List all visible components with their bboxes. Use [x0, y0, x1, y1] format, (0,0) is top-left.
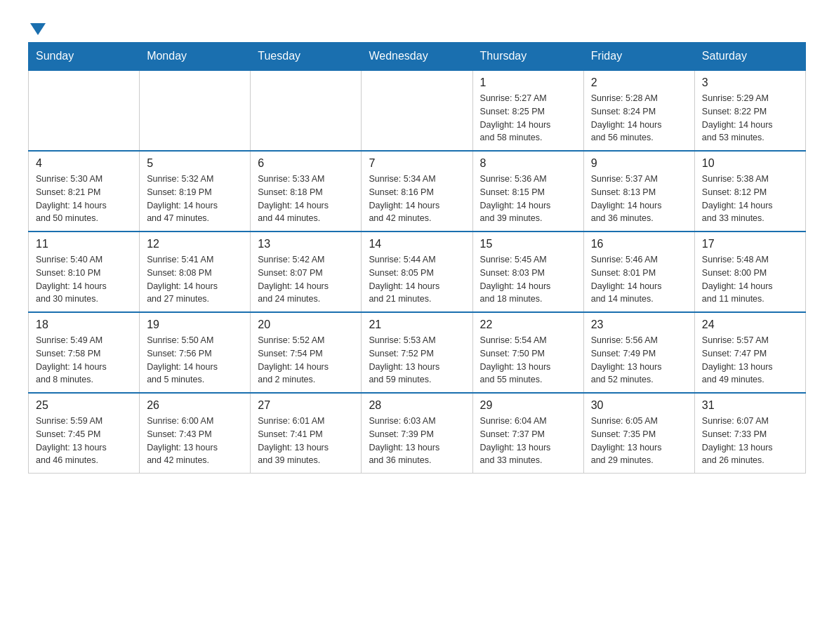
day-number: 31 — [702, 399, 798, 412]
day-info: Sunrise: 5:27 AM Sunset: 8:25 PM Dayligh… — [480, 92, 576, 145]
calendar-day-cell: 8Sunrise: 5:36 AM Sunset: 8:15 PM Daylig… — [472, 151, 583, 232]
day-number: 6 — [258, 157, 354, 170]
day-number: 18 — [36, 318, 132, 331]
day-info: Sunrise: 5:50 AM Sunset: 7:56 PM Dayligh… — [147, 334, 243, 387]
day-info: Sunrise: 5:29 AM Sunset: 8:22 PM Dayligh… — [702, 92, 798, 145]
day-number: 5 — [147, 157, 243, 170]
day-info: Sunrise: 5:49 AM Sunset: 7:58 PM Dayligh… — [36, 334, 132, 387]
calendar-day-cell: 24Sunrise: 5:57 AM Sunset: 7:47 PM Dayli… — [694, 312, 805, 393]
day-number: 8 — [480, 157, 576, 170]
day-info: Sunrise: 5:42 AM Sunset: 8:07 PM Dayligh… — [258, 253, 354, 306]
calendar-day-cell: 11Sunrise: 5:40 AM Sunset: 8:10 PM Dayli… — [29, 232, 140, 312]
calendar-day-cell: 2Sunrise: 5:28 AM Sunset: 8:24 PM Daylig… — [583, 70, 694, 151]
day-info: Sunrise: 5:53 AM Sunset: 7:52 PM Dayligh… — [369, 334, 465, 387]
calendar-day-cell: 29Sunrise: 6:04 AM Sunset: 7:37 PM Dayli… — [472, 393, 583, 474]
calendar-day-cell: 26Sunrise: 6:00 AM Sunset: 7:43 PM Dayli… — [140, 393, 251, 474]
day-info: Sunrise: 5:48 AM Sunset: 8:00 PM Dayligh… — [702, 253, 798, 306]
day-info: Sunrise: 5:36 AM Sunset: 8:15 PM Dayligh… — [480, 173, 576, 225]
calendar-day-cell: 10Sunrise: 5:38 AM Sunset: 8:12 PM Dayli… — [694, 151, 805, 232]
calendar-day-cell: 12Sunrise: 5:41 AM Sunset: 8:08 PM Dayli… — [140, 232, 251, 312]
day-info: Sunrise: 5:32 AM Sunset: 8:19 PM Dayligh… — [147, 173, 243, 225]
day-number: 27 — [258, 399, 354, 412]
day-number: 7 — [369, 157, 465, 170]
day-number: 15 — [480, 238, 576, 250]
day-number: 29 — [480, 399, 576, 412]
calendar-day-cell: 13Sunrise: 5:42 AM Sunset: 8:07 PM Dayli… — [251, 232, 362, 312]
day-info: Sunrise: 6:03 AM Sunset: 7:39 PM Dayligh… — [369, 415, 465, 467]
day-info: Sunrise: 5:59 AM Sunset: 7:45 PM Dayligh… — [36, 415, 132, 467]
day-info: Sunrise: 5:52 AM Sunset: 7:54 PM Dayligh… — [258, 334, 354, 387]
day-number: 26 — [147, 399, 243, 412]
calendar-day-cell: 21Sunrise: 5:53 AM Sunset: 7:52 PM Dayli… — [362, 312, 472, 393]
day-info: Sunrise: 5:56 AM Sunset: 7:49 PM Dayligh… — [591, 334, 687, 387]
calendar-day-cell: 16Sunrise: 5:46 AM Sunset: 8:01 PM Dayli… — [583, 232, 694, 312]
calendar-day-cell: 23Sunrise: 5:56 AM Sunset: 7:49 PM Dayli… — [583, 312, 694, 393]
day-number: 9 — [591, 157, 687, 170]
day-info: Sunrise: 5:38 AM Sunset: 8:12 PM Dayligh… — [702, 173, 798, 225]
day-number: 24 — [702, 318, 798, 331]
calendar-day-cell: 14Sunrise: 5:44 AM Sunset: 8:05 PM Dayli… — [362, 232, 472, 312]
day-number: 21 — [369, 318, 465, 331]
week-row-2: 4Sunrise: 5:30 AM Sunset: 8:21 PM Daylig… — [29, 151, 806, 232]
day-info: Sunrise: 5:45 AM Sunset: 8:03 PM Dayligh… — [480, 253, 576, 306]
day-info: Sunrise: 6:05 AM Sunset: 7:35 PM Dayligh… — [591, 415, 687, 467]
calendar-day-cell: 28Sunrise: 6:03 AM Sunset: 7:39 PM Dayli… — [362, 393, 472, 474]
calendar-day-cell — [140, 70, 251, 151]
day-number: 10 — [702, 157, 798, 170]
calendar-table: SundayMondayTuesdayWednesdayThursdayFrid… — [28, 42, 806, 474]
day-number: 14 — [369, 238, 465, 250]
day-number: 19 — [147, 318, 243, 331]
calendar-day-cell: 4Sunrise: 5:30 AM Sunset: 8:21 PM Daylig… — [29, 151, 140, 232]
calendar-day-cell: 1Sunrise: 5:27 AM Sunset: 8:25 PM Daylig… — [472, 70, 583, 151]
day-info: Sunrise: 5:46 AM Sunset: 8:01 PM Dayligh… — [591, 253, 687, 306]
day-info: Sunrise: 6:04 AM Sunset: 7:37 PM Dayligh… — [480, 415, 576, 467]
calendar-header-row: SundayMondayTuesdayWednesdayThursdayFrid… — [29, 43, 806, 71]
weekday-header-saturday: Saturday — [694, 43, 805, 71]
calendar-day-cell: 18Sunrise: 5:49 AM Sunset: 7:58 PM Dayli… — [29, 312, 140, 393]
day-number: 12 — [147, 238, 243, 250]
day-number: 1 — [480, 76, 576, 89]
calendar-day-cell: 30Sunrise: 6:05 AM Sunset: 7:35 PM Dayli… — [583, 393, 694, 474]
day-info: Sunrise: 5:40 AM Sunset: 8:10 PM Dayligh… — [36, 253, 132, 306]
day-info: Sunrise: 5:44 AM Sunset: 8:05 PM Dayligh… — [369, 253, 465, 306]
weekday-header-monday: Monday — [140, 43, 251, 71]
day-number: 2 — [591, 76, 687, 89]
weekday-header-sunday: Sunday — [29, 43, 140, 71]
day-number: 4 — [36, 157, 132, 170]
weekday-header-thursday: Thursday — [472, 43, 583, 71]
day-info: Sunrise: 6:01 AM Sunset: 7:41 PM Dayligh… — [258, 415, 354, 467]
calendar-day-cell: 6Sunrise: 5:33 AM Sunset: 8:18 PM Daylig… — [251, 151, 362, 232]
day-number: 28 — [369, 399, 465, 412]
day-info: Sunrise: 5:54 AM Sunset: 7:50 PM Dayligh… — [480, 334, 576, 387]
day-number: 11 — [36, 238, 132, 250]
calendar-day-cell — [29, 70, 140, 151]
calendar-day-cell: 31Sunrise: 6:07 AM Sunset: 7:33 PM Dayli… — [694, 393, 805, 474]
calendar-day-cell: 5Sunrise: 5:32 AM Sunset: 8:19 PM Daylig… — [140, 151, 251, 232]
calendar-day-cell — [251, 70, 362, 151]
calendar-day-cell: 19Sunrise: 5:50 AM Sunset: 7:56 PM Dayli… — [140, 312, 251, 393]
calendar-day-cell: 7Sunrise: 5:34 AM Sunset: 8:16 PM Daylig… — [362, 151, 472, 232]
week-row-4: 18Sunrise: 5:49 AM Sunset: 7:58 PM Dayli… — [29, 312, 806, 393]
day-info: Sunrise: 5:41 AM Sunset: 8:08 PM Dayligh… — [147, 253, 243, 306]
day-number: 16 — [591, 238, 687, 250]
day-number: 20 — [258, 318, 354, 331]
calendar-day-cell: 15Sunrise: 5:45 AM Sunset: 8:03 PM Dayli… — [472, 232, 583, 312]
weekday-header-friday: Friday — [583, 43, 694, 71]
calendar-day-cell: 3Sunrise: 5:29 AM Sunset: 8:22 PM Daylig… — [694, 70, 805, 151]
calendar-day-cell: 17Sunrise: 5:48 AM Sunset: 8:00 PM Dayli… — [694, 232, 805, 312]
day-info: Sunrise: 5:30 AM Sunset: 8:21 PM Dayligh… — [36, 173, 132, 225]
logo-triangle-icon — [30, 23, 46, 35]
day-number: 17 — [702, 238, 798, 250]
day-info: Sunrise: 6:07 AM Sunset: 7:33 PM Dayligh… — [702, 415, 798, 467]
week-row-3: 11Sunrise: 5:40 AM Sunset: 8:10 PM Dayli… — [29, 232, 806, 312]
calendar-day-cell: 25Sunrise: 5:59 AM Sunset: 7:45 PM Dayli… — [29, 393, 140, 474]
day-info: Sunrise: 6:00 AM Sunset: 7:43 PM Dayligh… — [147, 415, 243, 467]
week-row-1: 1Sunrise: 5:27 AM Sunset: 8:25 PM Daylig… — [29, 70, 806, 151]
day-number: 23 — [591, 318, 687, 331]
calendar-day-cell: 22Sunrise: 5:54 AM Sunset: 7:50 PM Dayli… — [472, 312, 583, 393]
day-number: 30 — [591, 399, 687, 412]
calendar-day-cell: 20Sunrise: 5:52 AM Sunset: 7:54 PM Dayli… — [251, 312, 362, 393]
week-row-5: 25Sunrise: 5:59 AM Sunset: 7:45 PM Dayli… — [29, 393, 806, 474]
page-header — [28, 21, 806, 35]
day-info: Sunrise: 5:34 AM Sunset: 8:16 PM Dayligh… — [369, 173, 465, 225]
